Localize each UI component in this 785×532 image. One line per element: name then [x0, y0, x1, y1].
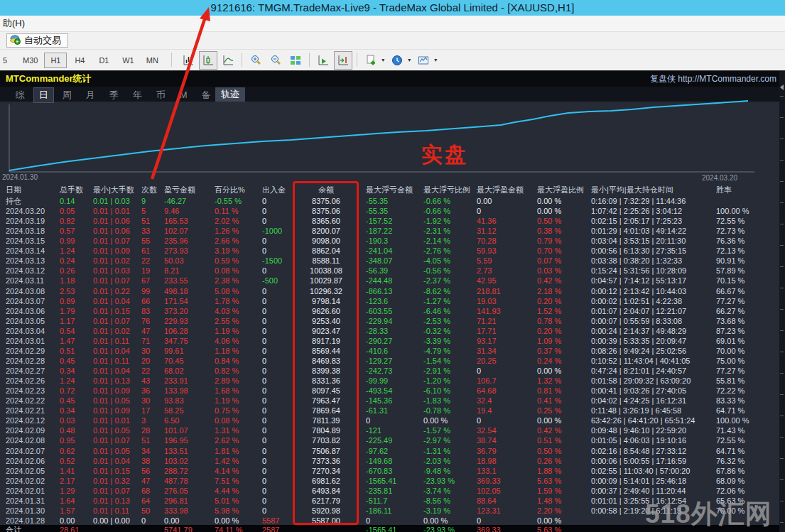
zoom-in-button[interactable] [247, 51, 265, 70]
table-cell: -0.55 % [215, 196, 261, 206]
table-cell: 8365.60 [294, 216, 358, 226]
panel-tab-M[interactable]: M [174, 88, 193, 102]
table-row: 2024.03.061.790.01 | 0.1583373.204.03 %0… [0, 306, 779, 316]
candlestick-button[interactable] [199, 51, 217, 70]
table-cell: 5.01 % [215, 496, 261, 506]
table-cell: 0 [262, 376, 295, 386]
column-header: 最小|平均|最大持仓时间 [591, 185, 716, 195]
timeframe-H4[interactable]: H4 [68, 53, 91, 68]
panel-tab-日[interactable]: 日 [33, 87, 54, 103]
table-cell: -55.35 [366, 206, 423, 216]
panel-tab-年[interactable]: 年 [127, 87, 148, 103]
table-cell: -1565.41 [366, 476, 423, 486]
table-cell: 0.01 | 0.05 [93, 425, 140, 435]
periods-button[interactable] [388, 51, 406, 70]
candlestick-icon [202, 54, 215, 67]
table-cell: 9.46 [164, 206, 214, 216]
table-cell: 0 [262, 466, 295, 476]
track-button[interactable]: 轨迹 [215, 87, 245, 102]
table-cell: 99 [141, 286, 163, 296]
table-cell: 0.00 % [423, 516, 476, 526]
panel-tab-季[interactable]: 季 [104, 87, 124, 103]
table-row: 2024.02.261.240.01 | 0.1343233.912.89 %0… [0, 376, 779, 386]
table-cell: 5.59 [477, 256, 535, 266]
table-cell: 0:00:24 | 2:14:37 | 49:48:29 [591, 326, 716, 336]
table-cell: -1.92 % [423, 216, 476, 226]
timeframe-M30[interactable]: M30 [18, 53, 43, 68]
table-cell: 2024.02.27 [6, 366, 58, 376]
panel-tab-备[interactable]: 备 [195, 87, 216, 103]
timeframe-5[interactable]: 5 [0, 53, 16, 68]
table-cell: 2.18 % [537, 286, 585, 296]
table-cell: 2.20 % [537, 506, 585, 516]
table-cell: 76.36 % [716, 236, 767, 246]
table-cell: 6981.62 [294, 476, 358, 486]
table-cell: 0 [262, 246, 295, 256]
scrollbar[interactable] [779, 71, 785, 532]
dropdown-caret-icon[interactable]: ▾ [408, 57, 411, 63]
table-cell: 19 [141, 266, 163, 276]
table-cell: 0 [477, 366, 535, 376]
panel-brand-link[interactable]: 复盘侠 http://MTCommander.com [650, 71, 776, 87]
dropdown-caret-icon[interactable]: ▾ [434, 57, 437, 63]
timeframe-MN[interactable]: MN [141, 53, 163, 68]
column-header: 次数 [141, 185, 163, 195]
table-cell: 0.38 % [537, 226, 585, 236]
table-cell: -0.78 % [423, 406, 476, 416]
table-cell: 0.84 % [215, 356, 261, 366]
panel-tab-月[interactable]: 月 [80, 87, 101, 103]
chart-shift-button[interactable] [334, 51, 352, 70]
autotrade-button[interactable]: 自动交易 [6, 33, 68, 48]
panel-tab-币[interactable]: 币 [151, 87, 171, 103]
toolbar-separator [309, 53, 310, 67]
table-cell: 0.42 % [537, 276, 585, 286]
panel-tab-综[interactable]: 综 [10, 87, 31, 103]
timeframe-D1[interactable]: D1 [92, 53, 115, 68]
toolbar-separator [171, 53, 172, 67]
table-row: 2024.03.070.890.01 | 0.0466171.541.78 %0… [0, 296, 779, 306]
table-cell: 1.78 % [215, 296, 261, 306]
table-cell: 6493.84 [294, 486, 358, 496]
table-cell: -225.49 [366, 435, 423, 445]
table-cell: 0.03 % [537, 266, 585, 276]
table-cell: 4.03 % [215, 306, 261, 316]
panel-tab-周[interactable]: 周 [57, 87, 77, 103]
auto-scroll-button[interactable] [314, 51, 332, 70]
line-chart-button[interactable] [219, 51, 237, 70]
table-cell: 0:00:12 | 2:13:42 | 10:44:03 [591, 286, 716, 296]
equity-curve [9, 101, 748, 170]
table-row: 2024.01.301.570.01 | 0.1150333.985.98 %0… [0, 506, 779, 516]
table-cell: 61 [141, 246, 163, 256]
templates-button[interactable] [414, 51, 433, 70]
table-cell: 0.01 | 0.01 [93, 416, 140, 425]
table-cell: 0.01 | 0.13 [93, 376, 140, 386]
tile-windows-button[interactable] [286, 51, 305, 70]
bar-chart-button[interactable] [179, 51, 197, 70]
table-cell: -190.3 [366, 236, 423, 246]
table-cell: 32.54 [477, 425, 535, 435]
table-row: 2024.02.070.620.01 | 0.0534133.511.81 %0… [0, 446, 779, 456]
timeframe-W1[interactable]: W1 [117, 53, 139, 68]
table-cell: 9253.40 [294, 316, 358, 326]
table-row: 2024.03.111.180.01 | 0.0767233.552.38 %-… [0, 276, 779, 286]
table-cell: 2024.02.07 [6, 446, 58, 456]
indicators-button[interactable] [362, 51, 380, 70]
table-cell: 0.01 | 0.01 [93, 206, 140, 216]
table-cell: 0.01 | 0.11 [93, 356, 140, 366]
table-cell: 83 [141, 306, 163, 316]
table-cell: -1000 [262, 226, 295, 236]
table-cell: 32.4 [477, 396, 535, 406]
table-cell: -410.6 [366, 346, 423, 356]
zoom-out-button[interactable] [266, 51, 285, 70]
table-cell: 0.01 | 0.02 [93, 256, 140, 266]
table-cell: 373.20 [164, 306, 214, 316]
table-cell: 347.75 [164, 336, 214, 346]
table-cell: 0.01 | 0.07 [93, 236, 140, 246]
table-cell: 66 [141, 296, 163, 306]
menu-item-help[interactable]: 助(H) [0, 16, 28, 31]
table-cell: 0 [262, 435, 295, 445]
dropdown-caret-icon[interactable]: ▾ [381, 57, 384, 63]
table-cell: 0 [262, 406, 295, 416]
table-cell: -55.35 [366, 196, 423, 206]
timeframe-H1[interactable]: H1 [44, 53, 67, 68]
